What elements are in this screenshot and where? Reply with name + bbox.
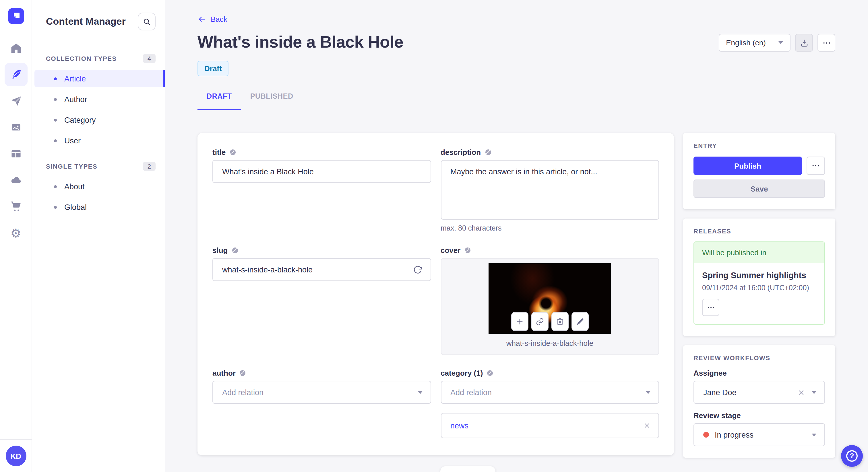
content-type-builder-icon[interactable]	[4, 142, 27, 165]
trash-icon	[556, 317, 564, 326]
nav-rail-items: ⚙	[4, 37, 27, 244]
gear-glyph: ⚙	[10, 227, 21, 239]
release-more-button[interactable]	[702, 299, 719, 316]
delete-media-button[interactable]	[551, 312, 569, 331]
cover-image-black-hole[interactable]	[489, 263, 611, 334]
globe-icon	[464, 247, 471, 254]
link-icon	[536, 317, 544, 326]
review-panel-title: REVIEW WORKFLOWS	[693, 355, 825, 361]
entry-form-card: title description Maybe the answer is in…	[197, 133, 674, 456]
remove-tag-button[interactable]	[644, 422, 650, 429]
close-icon	[797, 389, 805, 396]
publish-button[interactable]: Publish	[693, 157, 802, 175]
author-relation-select[interactable]: Add relation	[212, 381, 431, 404]
sidebar-item-label: Author	[64, 95, 87, 103]
sidebar-item-label: Category	[64, 115, 96, 124]
field-slug: slug	[212, 246, 431, 355]
save-button[interactable]: Save	[693, 179, 825, 198]
field-cover: cover	[441, 246, 659, 355]
title-label: title	[212, 148, 226, 157]
export-button[interactable]	[795, 34, 813, 52]
cover-image-toolbar	[511, 312, 589, 331]
single-types-label: SINGLE TYPES	[46, 163, 97, 170]
release-status: Will be published in	[694, 242, 825, 263]
single-types-count: 2	[143, 162, 156, 171]
globe-icon	[239, 369, 247, 377]
category-tag-link[interactable]: news	[451, 421, 644, 430]
category-relation-select[interactable]: Add relation	[441, 381, 659, 404]
assignee-select[interactable]: Jane Doe	[693, 381, 825, 404]
release-card: Will be published in Spring Summer highl…	[693, 241, 825, 325]
user-avatar[interactable]: KD	[5, 446, 26, 466]
edit-media-button[interactable]	[571, 312, 589, 331]
cover-label: cover	[441, 246, 460, 255]
description-label: description	[441, 148, 481, 157]
chevron-down-icon	[646, 391, 650, 394]
slug-label: slug	[212, 246, 228, 255]
releases-panel-title: RELEASES	[693, 228, 825, 235]
copy-link-button[interactable]	[531, 312, 549, 331]
releases-panel: RELEASES Will be published in Spring Sum…	[683, 218, 835, 336]
strapi-logo[interactable]	[8, 8, 24, 24]
sidebar-item-article[interactable]: Article	[34, 70, 165, 87]
status-badge: Draft	[197, 61, 229, 76]
chevron-down-icon	[812, 433, 816, 436]
author-label: author	[212, 369, 236, 377]
sidebar-header: Content Manager	[32, 12, 165, 30]
nav-rail: ⚙ KD	[0, 0, 32, 472]
tab-published[interactable]: PUBLISHED	[241, 89, 303, 110]
tab-draft[interactable]: DRAFT	[197, 89, 241, 110]
sidebar-item-about[interactable]: About	[34, 178, 165, 195]
sidebar-item-category[interactable]: Category	[34, 111, 165, 129]
home-icon[interactable]	[4, 37, 27, 60]
field-category: category (1) Add relation news	[441, 369, 659, 438]
chevron-down-icon	[812, 391, 816, 394]
field-title: title	[212, 148, 431, 232]
title-input[interactable]	[212, 160, 431, 183]
media-library-icon[interactable]	[4, 116, 27, 139]
download-icon	[799, 38, 809, 47]
author-placeholder: Add relation	[222, 388, 417, 397]
back-label: Back	[211, 15, 227, 24]
collection-types-label: COLLECTION TYPES	[46, 55, 117, 62]
more-options-button[interactable]	[817, 34, 835, 52]
slug-input[interactable]	[212, 258, 431, 281]
pencil-icon	[576, 317, 584, 326]
search-icon	[142, 17, 151, 26]
sidebar-item-author[interactable]: Author	[34, 91, 165, 108]
cover-widget: what-s-inside-a-black-hole	[441, 258, 659, 355]
single-types-section: SINGLE TYPES 2 About Global	[32, 162, 165, 216]
more-dots-icon	[822, 38, 831, 47]
clear-assignee-button[interactable]	[797, 389, 805, 396]
deploy-paper-plane-icon[interactable]	[4, 90, 27, 112]
locale-select[interactable]: English (en)	[718, 34, 790, 52]
marketplace-cart-icon[interactable]	[4, 195, 27, 218]
bullet-icon	[54, 119, 57, 121]
bullet-icon	[54, 206, 57, 208]
bullet-icon	[54, 139, 57, 142]
page-title: What's inside a Black Hole	[197, 33, 718, 52]
collection-types-count: 4	[143, 54, 156, 63]
description-textarea[interactable]: Maybe the answer is in this article, or …	[441, 160, 659, 220]
sidebar-item-global[interactable]: Global	[34, 198, 165, 216]
back-link[interactable]: Back	[197, 15, 227, 24]
search-button[interactable]	[138, 12, 156, 30]
stage-status-dot	[703, 432, 709, 438]
help-button[interactable]: ?	[841, 445, 863, 467]
bullet-icon	[54, 77, 57, 80]
app-root: ⚙ KD Content Manager COLLECTION TYPES 4	[0, 0, 868, 472]
add-media-button[interactable]	[511, 312, 528, 331]
right-sidebar: ENTRY Publish Save RELEASES Will be publ…	[683, 133, 835, 458]
settings-gear-icon[interactable]: ⚙	[4, 222, 27, 244]
sidebar-item-user[interactable]: User	[34, 132, 165, 149]
entry-panel: ENTRY Publish Save	[683, 133, 835, 209]
globe-icon	[484, 148, 492, 156]
content-manager-feather-icon[interactable]	[4, 63, 27, 86]
category-label: category (1)	[441, 369, 483, 377]
sidebar-item-label: User	[64, 136, 81, 145]
entry-more-button[interactable]	[807, 157, 825, 175]
cloud-icon[interactable]	[4, 169, 27, 192]
review-stage-label: Review stage	[693, 411, 825, 420]
regenerate-slug-button[interactable]	[411, 263, 424, 276]
review-stage-select[interactable]: In progress	[693, 423, 825, 446]
